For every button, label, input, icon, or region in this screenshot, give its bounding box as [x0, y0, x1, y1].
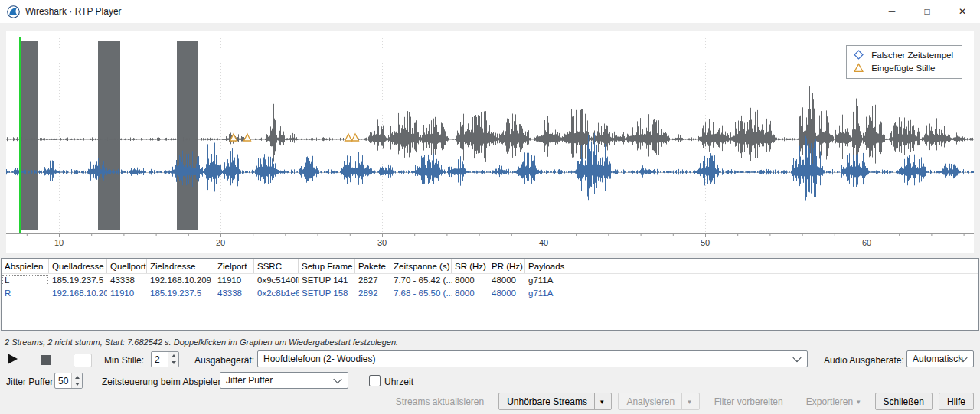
- svg-text:30: 30: [377, 238, 387, 247]
- triangle-icon: [854, 63, 864, 73]
- column-header-quelladresse[interactable]: Quelladresse: [49, 259, 107, 273]
- audio-rate-label: Audio Ausgaberate:: [824, 355, 904, 366]
- cell-pr-hz: 48000: [488, 275, 525, 286]
- button-filter-vorbereiten[interactable]: Filter vorbereiten: [706, 393, 792, 410]
- footer-buttons: Streams aktualisierenUnhörbare Streams▾A…: [387, 393, 974, 410]
- button-label: Streams aktualisieren: [396, 396, 484, 407]
- button-label: Filter vorbereiten: [714, 396, 783, 407]
- button-streams-aktualisieren[interactable]: Streams aktualisieren: [387, 393, 492, 410]
- timing-select[interactable]: Jitter Puffer: [220, 372, 348, 389]
- legend: Falscher Zeitstempel Eingefügte Stille: [846, 45, 962, 79]
- pause-button[interactable]: [74, 354, 92, 367]
- output-device-select[interactable]: Hoofdtelefoon (2- Woodies): [257, 350, 808, 367]
- button-analysieren[interactable]: Analysieren▾: [618, 393, 699, 410]
- column-header-zeitspanne-s[interactable]: Zeitspanne (s): [390, 259, 452, 273]
- cell-zieladresse: 192.168.10.209: [147, 275, 214, 286]
- clock-checkbox[interactable]: [369, 375, 381, 386]
- legend-item-false-timestamp: Falscher Zeitstempel: [854, 50, 953, 60]
- button-label: Analysieren: [626, 396, 675, 407]
- dropdown-arrow-icon[interactable]: ▾: [681, 393, 691, 409]
- stream-table[interactable]: AbspielenQuelladresseQuellportZieladress…: [1, 258, 979, 331]
- min-silence-label: Min Stille:: [104, 355, 144, 366]
- jitter-buffer-stepper[interactable]: 50: [54, 373, 83, 389]
- window-controls: ─ □ ✕: [874, 0, 980, 23]
- column-header-zieladresse[interactable]: Zieladresse: [147, 259, 214, 273]
- cell-quellport: 43338: [107, 275, 147, 286]
- titlebar: Wireshark · RTP Player ─ □ ✕: [0, 0, 980, 23]
- window-title: Wireshark · RTP Player: [25, 6, 122, 17]
- waveform-canvas: 102030405060: [6, 31, 974, 253]
- column-header-zielport[interactable]: Zielport: [214, 259, 254, 273]
- cell-setup-frame: SETUP 158: [299, 288, 355, 299]
- button-exportieren[interactable]: Exportieren▾: [798, 393, 869, 410]
- button-label: Exportieren: [806, 396, 853, 407]
- cell-quellport: 11910: [107, 288, 147, 299]
- jitter-buffer-label: Jitter Puffer:: [6, 377, 55, 387]
- min-silence-stepper[interactable]: 2: [151, 351, 179, 367]
- column-header-ssrc[interactable]: SSRC: [254, 259, 299, 273]
- button-label: Schließen: [884, 396, 924, 407]
- cell-sr-hz: 8000: [452, 275, 488, 286]
- clock-checkbox-label: Uhrzeit: [384, 377, 413, 387]
- stop-button[interactable]: [41, 355, 51, 365]
- waveform-plot[interactable]: 102030405060 Falscher Zeitstempel Eingef…: [6, 31, 974, 253]
- table-row-stream-l[interactable]: L185.19.237.543338192.168.10.209119100x9…: [2, 274, 978, 287]
- cell-payloads: g711A: [525, 275, 978, 286]
- button-label: Unhörbare Streams: [507, 396, 587, 407]
- svg-text:20: 20: [216, 238, 225, 247]
- wireshark-logo-icon: [7, 5, 20, 18]
- spin-up-icon[interactable]: [168, 352, 178, 360]
- min-silence-value: 2: [152, 352, 168, 367]
- spin-down-icon[interactable]: [168, 360, 178, 367]
- cell-zeitspanne-s: 7.70 - 65.42 (...: [390, 275, 452, 286]
- button-unh-rbare-streams[interactable]: Unhörbare Streams▾: [498, 393, 612, 410]
- timing-label: Zeitsteuerung beim Abspielen:: [102, 377, 225, 387]
- maximize-button[interactable]: □: [910, 0, 945, 23]
- spin-down-icon[interactable]: [72, 381, 82, 389]
- svg-text:50: 50: [701, 238, 710, 247]
- column-header-sr-hz[interactable]: SR (Hz): [452, 259, 488, 273]
- button-hilfe[interactable]: Hilfe: [939, 393, 974, 410]
- play-button[interactable]: [8, 354, 18, 364]
- cell-pakete: 2827: [355, 275, 390, 286]
- audio-rate-select[interactable]: Automatisch: [906, 350, 974, 367]
- cell-pr-hz: 48000: [488, 288, 525, 299]
- audio-rate-value: Automatisch: [913, 354, 963, 364]
- cell-setup-frame: SETUP 141: [299, 275, 355, 286]
- output-device-value: Hoofdtelefoon (2- Woodies): [263, 354, 376, 364]
- svg-text:10: 10: [54, 238, 64, 247]
- minimize-button[interactable]: ─: [874, 0, 910, 23]
- cell-zeitspanne-s: 7.68 - 65.50 (...: [390, 288, 452, 299]
- column-header-abspielen[interactable]: Abspielen: [2, 259, 49, 273]
- cell-payloads: g711A: [525, 288, 978, 299]
- button-schlie-en[interactable]: Schließen: [875, 393, 933, 410]
- legend-label: Eingefügte Stille: [871, 64, 935, 73]
- diamond-icon: [854, 50, 864, 60]
- stream-table-header: AbspielenQuelladresseQuellportZieladress…: [2, 259, 978, 274]
- legend-item-inserted-silence: Eingefügte Stille: [854, 63, 953, 73]
- column-header-pr-hz[interactable]: PR (Hz): [488, 259, 525, 273]
- column-header-quellport[interactable]: Quellport: [107, 259, 147, 273]
- cell-ssrc: 0x9c5140ff: [254, 275, 299, 286]
- column-header-payloads[interactable]: Payloads: [525, 259, 978, 273]
- close-button[interactable]: ✕: [945, 0, 980, 23]
- status-text: 2 Streams, 2 nicht stumm, Start: 7.68254…: [5, 337, 398, 347]
- stream-table-body: L185.19.237.543338192.168.10.209119100x9…: [2, 274, 978, 300]
- output-device-label: Ausgabegerät:: [194, 355, 254, 366]
- column-header-pakete[interactable]: Pakete: [355, 259, 390, 273]
- cell-sr-hz: 8000: [452, 288, 488, 299]
- cell-pakete: 2892: [355, 288, 390, 299]
- cell-quelladresse: 192.168.10.209: [49, 288, 107, 299]
- cell-abspielen: R: [2, 288, 49, 299]
- cell-abspielen: L: [2, 275, 49, 286]
- svg-text:40: 40: [539, 238, 548, 247]
- chevron-down-icon: [792, 354, 801, 362]
- spin-up-icon[interactable]: [72, 373, 82, 381]
- dropdown-arrow-icon: ▾: [857, 398, 861, 406]
- cell-zielport: 11910: [214, 275, 254, 286]
- column-header-setup-frame[interactable]: Setup Frame: [299, 259, 355, 273]
- table-row-stream-r[interactable]: R192.168.10.20911910185.19.237.5433380x2…: [2, 287, 978, 300]
- jitter-buffer-value: 50: [55, 373, 71, 388]
- cell-ssrc: 0x2c8b1e6e: [254, 288, 299, 299]
- dropdown-arrow-icon[interactable]: ▾: [594, 393, 604, 409]
